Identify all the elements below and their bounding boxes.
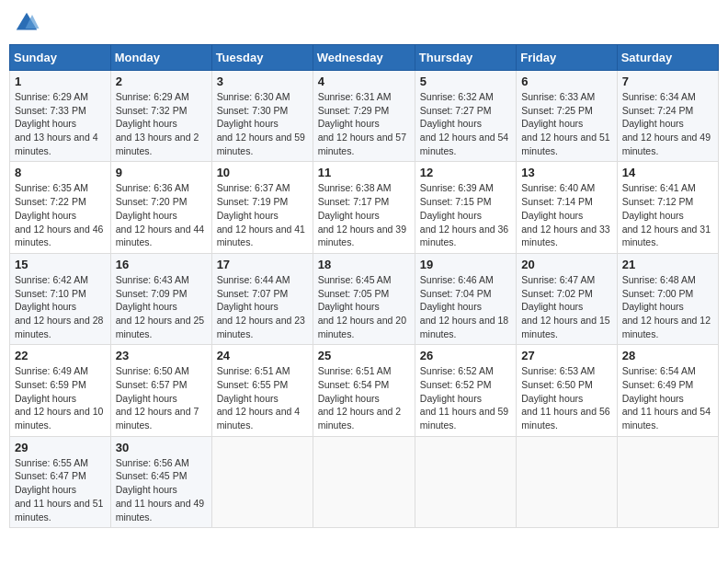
day-cell: 12 Sunrise: 6:39 AM Sunset: 7:15 PM Dayl… <box>415 162 516 253</box>
day-number: 14 <box>622 166 713 179</box>
day-info: Sunrise: 6:55 AM Sunset: 6:47 PM Dayligh… <box>15 456 106 523</box>
day-info: Sunrise: 6:54 AM Sunset: 6:49 PM Dayligh… <box>622 364 713 431</box>
day-cell: 6 Sunrise: 6:33 AM Sunset: 7:25 PM Dayli… <box>517 71 617 162</box>
day-cell: 26 Sunrise: 6:52 AM Sunset: 6:52 PM Dayl… <box>415 345 516 436</box>
day-info: Sunrise: 6:41 AM Sunset: 7:12 PM Dayligh… <box>622 181 713 248</box>
day-number: 20 <box>521 258 611 271</box>
day-cell: 7 Sunrise: 6:34 AM Sunset: 7:24 PM Dayli… <box>617 71 718 162</box>
day-cell: 25 Sunrise: 6:51 AM Sunset: 6:54 PM Dayl… <box>313 345 415 436</box>
day-info: Sunrise: 6:38 AM Sunset: 7:17 PM Dayligh… <box>318 181 410 248</box>
day-cell: 4 Sunrise: 6:31 AM Sunset: 7:29 PM Dayli… <box>313 71 415 162</box>
day-cell <box>415 436 516 527</box>
day-info: Sunrise: 6:53 AM Sunset: 6:50 PM Dayligh… <box>521 364 611 431</box>
day-cell: 1 Sunrise: 6:29 AM Sunset: 7:33 PM Dayli… <box>10 71 111 162</box>
day-number: 29 <box>15 441 106 454</box>
column-header-sunday: Sunday <box>10 45 111 71</box>
day-cell: 30 Sunrise: 6:56 AM Sunset: 6:45 PM Dayl… <box>110 436 211 527</box>
logo <box>13 9 44 37</box>
day-cell: 2 Sunrise: 6:29 AM Sunset: 7:32 PM Dayli… <box>110 71 211 162</box>
day-info: Sunrise: 6:29 AM Sunset: 7:32 PM Dayligh… <box>116 90 207 157</box>
day-info: Sunrise: 6:34 AM Sunset: 7:24 PM Dayligh… <box>622 90 713 157</box>
column-header-tuesday: Tuesday <box>211 45 313 71</box>
day-number: 22 <box>15 349 106 362</box>
calendar-table: SundayMondayTuesdayWednesdayThursdayFrid… <box>9 44 719 528</box>
logo-icon <box>13 9 40 37</box>
day-info: Sunrise: 6:49 AM Sunset: 6:59 PM Dayligh… <box>15 364 106 431</box>
day-info: Sunrise: 6:36 AM Sunset: 7:20 PM Dayligh… <box>116 181 207 248</box>
day-number: 15 <box>15 258 106 271</box>
day-cell: 27 Sunrise: 6:53 AM Sunset: 6:50 PM Dayl… <box>517 345 617 436</box>
day-number: 19 <box>420 258 511 271</box>
day-cell: 9 Sunrise: 6:36 AM Sunset: 7:20 PM Dayli… <box>110 162 211 253</box>
day-number: 9 <box>116 166 207 179</box>
day-cell: 3 Sunrise: 6:30 AM Sunset: 7:30 PM Dayli… <box>211 71 313 162</box>
day-info: Sunrise: 6:30 AM Sunset: 7:30 PM Dayligh… <box>217 90 308 157</box>
day-info: Sunrise: 6:39 AM Sunset: 7:15 PM Dayligh… <box>420 181 511 248</box>
day-number: 1 <box>15 75 106 88</box>
day-number: 24 <box>217 349 308 362</box>
day-cell: 20 Sunrise: 6:47 AM Sunset: 7:02 PM Dayl… <box>517 253 617 344</box>
day-cell: 19 Sunrise: 6:46 AM Sunset: 7:04 PM Dayl… <box>415 253 516 344</box>
day-info: Sunrise: 6:51 AM Sunset: 6:55 PM Dayligh… <box>217 364 308 431</box>
day-info: Sunrise: 6:46 AM Sunset: 7:04 PM Dayligh… <box>420 273 511 340</box>
day-number: 6 <box>521 75 611 88</box>
day-cell: 29 Sunrise: 6:55 AM Sunset: 6:47 PM Dayl… <box>10 436 111 527</box>
week-row-2: 8 Sunrise: 6:35 AM Sunset: 7:22 PM Dayli… <box>10 162 719 253</box>
day-number: 3 <box>217 75 308 88</box>
day-number: 25 <box>318 349 410 362</box>
day-cell: 11 Sunrise: 6:38 AM Sunset: 7:17 PM Dayl… <box>313 162 415 253</box>
day-cell <box>617 436 718 527</box>
day-info: Sunrise: 6:40 AM Sunset: 7:14 PM Dayligh… <box>521 181 611 248</box>
calendar-header-row: SundayMondayTuesdayWednesdayThursdayFrid… <box>10 45 719 71</box>
day-number: 5 <box>420 75 511 88</box>
day-number: 2 <box>116 75 207 88</box>
column-header-monday: Monday <box>110 45 211 71</box>
column-header-wednesday: Wednesday <box>313 45 415 71</box>
day-number: 26 <box>420 349 511 362</box>
day-number: 17 <box>217 258 308 271</box>
day-cell: 15 Sunrise: 6:42 AM Sunset: 7:10 PM Dayl… <box>10 253 111 344</box>
day-number: 27 <box>521 349 611 362</box>
day-number: 28 <box>622 349 713 362</box>
week-row-5: 29 Sunrise: 6:55 AM Sunset: 6:47 PM Dayl… <box>10 436 719 527</box>
day-info: Sunrise: 6:42 AM Sunset: 7:10 PM Dayligh… <box>15 273 106 340</box>
day-info: Sunrise: 6:47 AM Sunset: 7:02 PM Dayligh… <box>521 273 611 340</box>
week-row-4: 22 Sunrise: 6:49 AM Sunset: 6:59 PM Dayl… <box>10 345 719 436</box>
day-number: 13 <box>521 166 611 179</box>
page-header <box>9 9 719 37</box>
day-cell: 23 Sunrise: 6:50 AM Sunset: 6:57 PM Dayl… <box>110 345 211 436</box>
day-number: 18 <box>318 258 410 271</box>
day-info: Sunrise: 6:51 AM Sunset: 6:54 PM Dayligh… <box>318 364 410 431</box>
day-number: 16 <box>116 258 207 271</box>
day-info: Sunrise: 6:31 AM Sunset: 7:29 PM Dayligh… <box>318 90 410 157</box>
day-cell: 17 Sunrise: 6:44 AM Sunset: 7:07 PM Dayl… <box>211 253 313 344</box>
day-cell <box>211 436 313 527</box>
day-cell: 28 Sunrise: 6:54 AM Sunset: 6:49 PM Dayl… <box>617 345 718 436</box>
day-number: 21 <box>622 258 713 271</box>
day-number: 12 <box>420 166 511 179</box>
day-cell: 13 Sunrise: 6:40 AM Sunset: 7:14 PM Dayl… <box>517 162 617 253</box>
day-cell: 24 Sunrise: 6:51 AM Sunset: 6:55 PM Dayl… <box>211 345 313 436</box>
day-number: 8 <box>15 166 106 179</box>
day-number: 11 <box>318 166 410 179</box>
day-cell: 5 Sunrise: 6:32 AM Sunset: 7:27 PM Dayli… <box>415 71 516 162</box>
day-info: Sunrise: 6:50 AM Sunset: 6:57 PM Dayligh… <box>116 364 207 431</box>
week-row-3: 15 Sunrise: 6:42 AM Sunset: 7:10 PM Dayl… <box>10 253 719 344</box>
day-info: Sunrise: 6:45 AM Sunset: 7:05 PM Dayligh… <box>318 273 410 340</box>
day-cell: 8 Sunrise: 6:35 AM Sunset: 7:22 PM Dayli… <box>10 162 111 253</box>
day-info: Sunrise: 6:52 AM Sunset: 6:52 PM Dayligh… <box>420 364 511 431</box>
day-info: Sunrise: 6:44 AM Sunset: 7:07 PM Dayligh… <box>217 273 308 340</box>
day-info: Sunrise: 6:56 AM Sunset: 6:45 PM Dayligh… <box>116 456 207 523</box>
day-info: Sunrise: 6:48 AM Sunset: 7:00 PM Dayligh… <box>622 273 713 340</box>
day-number: 10 <box>217 166 308 179</box>
day-info: Sunrise: 6:37 AM Sunset: 7:19 PM Dayligh… <box>217 181 308 248</box>
day-number: 23 <box>116 349 207 362</box>
day-cell: 22 Sunrise: 6:49 AM Sunset: 6:59 PM Dayl… <box>10 345 111 436</box>
day-cell <box>517 436 617 527</box>
day-number: 4 <box>318 75 410 88</box>
day-cell: 21 Sunrise: 6:48 AM Sunset: 7:00 PM Dayl… <box>617 253 718 344</box>
day-number: 7 <box>622 75 713 88</box>
day-cell: 10 Sunrise: 6:37 AM Sunset: 7:19 PM Dayl… <box>211 162 313 253</box>
day-cell: 14 Sunrise: 6:41 AM Sunset: 7:12 PM Dayl… <box>617 162 718 253</box>
week-row-1: 1 Sunrise: 6:29 AM Sunset: 7:33 PM Dayli… <box>10 71 719 162</box>
